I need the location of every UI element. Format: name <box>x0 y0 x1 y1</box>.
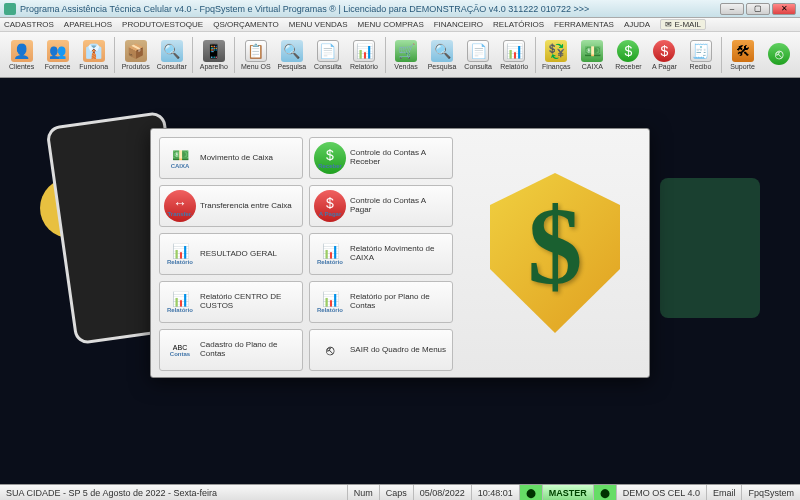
finance-menu-modal: 💵CAIXAMovimento de Caixa$ReceberControle… <box>150 128 650 378</box>
workspace: 💵CAIXAMovimento de Caixa$ReceberControle… <box>0 78 800 484</box>
suporte-icon: 🛠 <box>732 40 754 62</box>
toolbar-consultar[interactable]: 🔍Consultar <box>154 34 189 76</box>
menu-button[interactable]: $A PagarControle do Contas A Pagar <box>309 185 453 227</box>
consulta-icon: 📄 <box>317 40 339 62</box>
menu-button-label: RESULTADO GERAL <box>200 250 298 259</box>
menu-button[interactable]: 📊RelatórioRESULTADO GERAL <box>159 233 303 275</box>
menu-button[interactable]: ABCContasCadastro do Plano de Contas <box>159 329 303 371</box>
status-date: 05/08/2022 <box>413 485 471 500</box>
relatório-icon: 📊 <box>503 40 525 62</box>
toolbar-clientes[interactable]: 👤Clientes <box>4 34 39 76</box>
toolbar-relatório[interactable]: 📊Relatório <box>346 34 381 76</box>
menu-financeiro[interactable]: FINANCEIRO <box>434 20 483 29</box>
toolbar-aparelho[interactable]: 📱Aparelho <box>196 34 231 76</box>
menu-button-icon: 📊Relatório <box>164 286 196 318</box>
menu-relatórios[interactable]: RELATÓRIOS <box>493 20 544 29</box>
toolbar-label: Aparelho <box>200 63 228 70</box>
menubar: CADASTROSAPARELHOSPRODUTO/ESTOQUEQS/ORÇA… <box>0 18 800 32</box>
menu-button[interactable]: 💵CAIXAMovimento de Caixa <box>159 137 303 179</box>
toolbar-label: Consultar <box>157 63 187 70</box>
status-time: 10:48:01 <box>471 485 519 500</box>
app-icon <box>4 3 16 15</box>
toolbar-label: Relatório <box>500 63 528 70</box>
menu-button-icon: 💵CAIXA <box>164 142 196 174</box>
toolbar-label: Consulta <box>314 63 342 70</box>
aparelho-icon: 📱 <box>203 40 225 62</box>
toolbar-pesquisa[interactable]: 🔍Pesquisa <box>425 34 460 76</box>
produtos-icon: 📦 <box>125 40 147 62</box>
pesquisa-icon: 🔍 <box>281 40 303 62</box>
menu-button[interactable]: $ReceberControle do Contas A Receber <box>309 137 453 179</box>
toolbar-a pagar[interactable]: $A Pagar <box>647 34 682 76</box>
toolbar-fornece[interactable]: 👥Fornece <box>40 34 75 76</box>
status-location-date: SUA CIDADE - SP 5 de Agosto de 2022 - Se… <box>0 488 347 498</box>
toolbar-produtos[interactable]: 📦Produtos <box>118 34 153 76</box>
toolbar-consulta[interactable]: 📄Consulta <box>310 34 345 76</box>
menu-produto/estoque[interactable]: PRODUTO/ESTOQUE <box>122 20 203 29</box>
menu-button-label: Relatório CENTRO DE CUSTOS <box>200 293 298 311</box>
toolbar-exit[interactable]: ⎋ <box>761 34 796 76</box>
toolbar-funciona[interactable]: 👔Funciona <box>76 34 111 76</box>
a pagar-icon: $ <box>653 40 675 62</box>
toolbar-label: CAIXA <box>582 63 603 70</box>
menu-ajuda[interactable]: AJUDA <box>624 20 650 29</box>
toolbar-separator <box>114 37 115 73</box>
toolbar-menu os[interactable]: 📋Menu OS <box>238 34 273 76</box>
toolbar-label: Receber <box>615 63 641 70</box>
main-toolbar: 👤Clientes👥Fornece👔Funciona📦Produtos🔍Cons… <box>0 32 800 78</box>
consulta-icon: 📄 <box>467 40 489 62</box>
menu-button-icon: 📊Relatório <box>164 238 196 270</box>
toolbar-relatório[interactable]: 📊Relatório <box>497 34 532 76</box>
menu-button-icon: ⎋ <box>314 334 346 366</box>
toolbar-recibo[interactable]: 🧾Recibo <box>683 34 718 76</box>
menu-button-label: Controle do Contas A Receber <box>350 149 448 167</box>
fornece-icon: 👥 <box>47 40 69 62</box>
toolbar-receber[interactable]: $Receber <box>611 34 646 76</box>
menu-button-icon: $Receber <box>314 142 346 174</box>
menu-button-icon: ABCContas <box>164 334 196 366</box>
maximize-button[interactable]: ▢ <box>746 3 770 15</box>
toolbar-label: A Pagar <box>652 63 677 70</box>
menu-button-icon: 📊Relatório <box>314 238 346 270</box>
toolbar-pesquisa[interactable]: 🔍Pesquisa <box>274 34 309 76</box>
menu-button[interactable]: 📊RelatórioRelatório Movimento de CAIXA <box>309 233 453 275</box>
menu-button[interactable]: 📊RelatórioRelatório CENTRO DE CUSTOS <box>159 281 303 323</box>
recibo-icon: 🧾 <box>690 40 712 62</box>
menu-aparelhos[interactable]: APARELHOS <box>64 20 112 29</box>
menu-button-label: Cadastro do Plano de Contas <box>200 341 298 359</box>
toolbar-separator <box>535 37 536 73</box>
menu-button[interactable]: ⎋SAIR do Quadro de Menus <box>309 329 453 371</box>
menu-ferramentas[interactable]: FERRAMENTAS <box>554 20 614 29</box>
toolbar-suporte[interactable]: 🛠Suporte <box>725 34 760 76</box>
exit-icon: ⎋ <box>768 43 790 65</box>
menu-menu vendas[interactable]: MENU VENDAS <box>289 20 348 29</box>
toolbar-label: Suporte <box>730 63 755 70</box>
menu-button-label: Movimento de Caixa <box>200 154 298 163</box>
relatório-icon: 📊 <box>353 40 375 62</box>
toolbar-label: Relatório <box>350 63 378 70</box>
toolbar-finanças[interactable]: 💱Finanças <box>539 34 574 76</box>
email-button[interactable]: ✉ E-MAIL <box>660 19 706 30</box>
toolbar-label: Finanças <box>542 63 570 70</box>
toolbar-caixa[interactable]: 💵CAIXA <box>575 34 610 76</box>
toolbar-label: Pesquisa <box>428 63 457 70</box>
finance-menu-grid: 💵CAIXAMovimento de Caixa$ReceberControle… <box>151 129 461 377</box>
menu-button[interactable]: 📊RelatórioRelatório por Plano de Contas <box>309 281 453 323</box>
window-title: Programa Assistência Técnica Celular v4.… <box>20 4 720 14</box>
finanças-icon: 💱 <box>545 40 567 62</box>
status-email[interactable]: Email <box>706 485 742 500</box>
menu-cadastros[interactable]: CADASTROS <box>4 20 54 29</box>
menu-qs/orçamento[interactable]: QS/ORÇAMENTO <box>213 20 279 29</box>
consultar-icon: 🔍 <box>161 40 183 62</box>
toolbar-consulta[interactable]: 📄Consulta <box>461 34 496 76</box>
menu-menu compras[interactable]: MENU COMPRAS <box>358 20 424 29</box>
close-button[interactable]: ✕ <box>772 3 796 15</box>
statusbar: SUA CIDADE - SP 5 de Agosto de 2022 - Se… <box>0 484 800 500</box>
minimize-button[interactable]: – <box>720 3 744 15</box>
menu-button[interactable]: ↔Transfer.Transferencia entre Caixa <box>159 185 303 227</box>
logo-area: $ <box>461 129 649 377</box>
status-brand[interactable]: FpqSystem <box>741 485 800 500</box>
menu-button-label: Controle do Contas A Pagar <box>350 197 448 215</box>
titlebar: Programa Assistência Técnica Celular v4.… <box>0 0 800 18</box>
toolbar-vendas[interactable]: 🛒Vendas <box>389 34 424 76</box>
